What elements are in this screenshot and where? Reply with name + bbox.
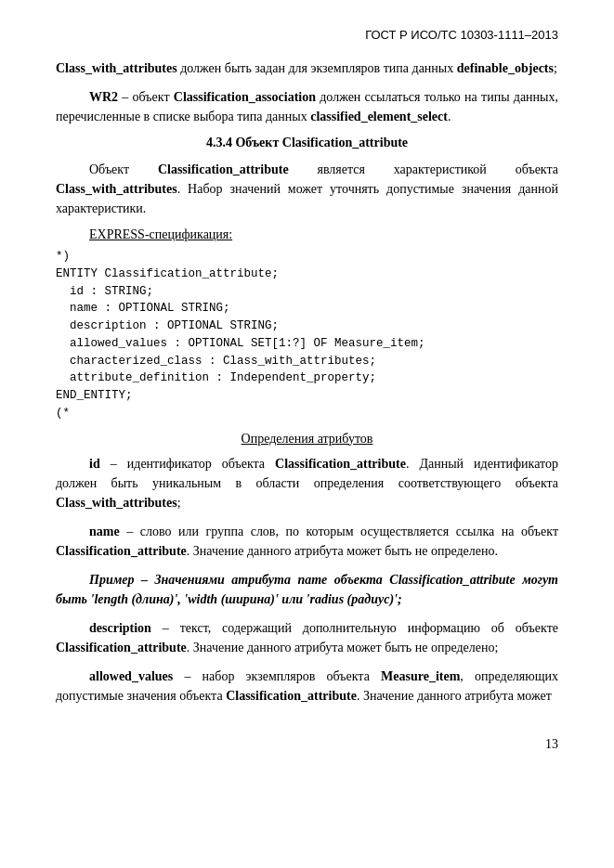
classified-element-select-bold: classified_element_select xyxy=(310,110,448,123)
id-end: ; xyxy=(177,496,181,510)
page-header: ГОСТ Р ИСО/ТС 10303-1111–2013 xyxy=(56,28,558,42)
p1-text-before: должен быть задан для экземпляров типа д… xyxy=(177,61,457,75)
name-bold: name xyxy=(89,525,120,538)
classification-attribute-bold-allowed: Classification_attribute xyxy=(226,689,357,703)
paragraph-name: name – слово или группа слов, по которым… xyxy=(56,522,558,561)
page: ГОСТ Р ИСО/ТС 10303-1111–2013 Class_with… xyxy=(0,0,614,771)
paragraph-allowed-values: allowed_values – набор экземпляров объек… xyxy=(56,667,558,706)
allowed-text1: – набор экземпляров объекта xyxy=(173,669,381,683)
paragraph-description: description – текст, содержащий дополнит… xyxy=(56,618,558,657)
header-text: ГОСТ Р ИСО/ТС 10303-1111–2013 xyxy=(365,28,558,42)
p3-text2: является характеристикой объекта xyxy=(289,162,558,176)
example-italic-text: Пример – Значениями атрибута name объект… xyxy=(56,573,558,606)
p2-end: . xyxy=(448,110,451,123)
classification-attribute-bold-desc: Classification_attribute xyxy=(56,641,187,654)
class-with-attributes-bold2: Class_with_attributes xyxy=(56,182,177,196)
section-title-text: 4.3.4 Объект Clasification_attribute xyxy=(206,136,408,149)
desc-text1: – текст, содержащий дополнительную инфор… xyxy=(151,621,558,635)
wr2-label: WR2 xyxy=(89,90,118,104)
paragraph-1: Class_with_attributes должен быть задан … xyxy=(56,58,558,78)
p1-text-after: ; xyxy=(554,61,557,75)
name-text2: . Значение данного атрибута может быть н… xyxy=(187,544,498,558)
measure-item-bold: Measure_item xyxy=(381,669,460,683)
attr-defs-label: Определения атрибутов xyxy=(56,432,558,447)
paragraph-id: id – идентификатор объекта Classificatio… xyxy=(56,454,558,512)
id-text1: – идентификатор объекта xyxy=(100,457,275,471)
desc-text2: . Значение данного атрибута может быть н… xyxy=(187,641,499,654)
page-number-text: 13 xyxy=(545,737,558,751)
class-with-attributes-bold: Class_with_attributes xyxy=(56,61,177,75)
allowed-text3: . Значение данного атрибута может xyxy=(357,689,552,703)
paragraph-wr2: WR2 – объект Classification_association … xyxy=(56,87,558,126)
express-label: EXPRESS-спецификация: xyxy=(89,227,558,242)
description-bold: description xyxy=(89,621,151,635)
classification-attribute-bold-name: Classification_attribute xyxy=(56,544,187,558)
id-bold: id xyxy=(89,457,100,471)
section-title: 4.3.4 Объект Clasification_attribute xyxy=(56,136,558,150)
paragraph-example: Пример – Значениями атрибута name объект… xyxy=(56,570,558,609)
p2-text: – объект xyxy=(118,90,174,104)
definable-objects-bold: definable_objects xyxy=(457,61,554,75)
paragraph-3: Объект Classification_attribute является… xyxy=(56,160,558,218)
classification-association-bold: Classification_association xyxy=(174,90,316,104)
class-with-attributes-bold-id: Class_with_attributes xyxy=(56,496,177,510)
p3-text1: Объект xyxy=(89,162,158,176)
classification-attribute-bold-id: Classification_attribute xyxy=(275,457,406,471)
allowed-values-bold: allowed_values xyxy=(89,669,173,683)
classification-attribute-bold1: Classification_attribute xyxy=(158,162,289,176)
code-block: *) ENTITY Classification_attribute; id :… xyxy=(56,248,558,422)
name-text1: – слово или группа слов, по которым осущ… xyxy=(120,525,558,538)
page-number: 13 xyxy=(545,737,558,752)
